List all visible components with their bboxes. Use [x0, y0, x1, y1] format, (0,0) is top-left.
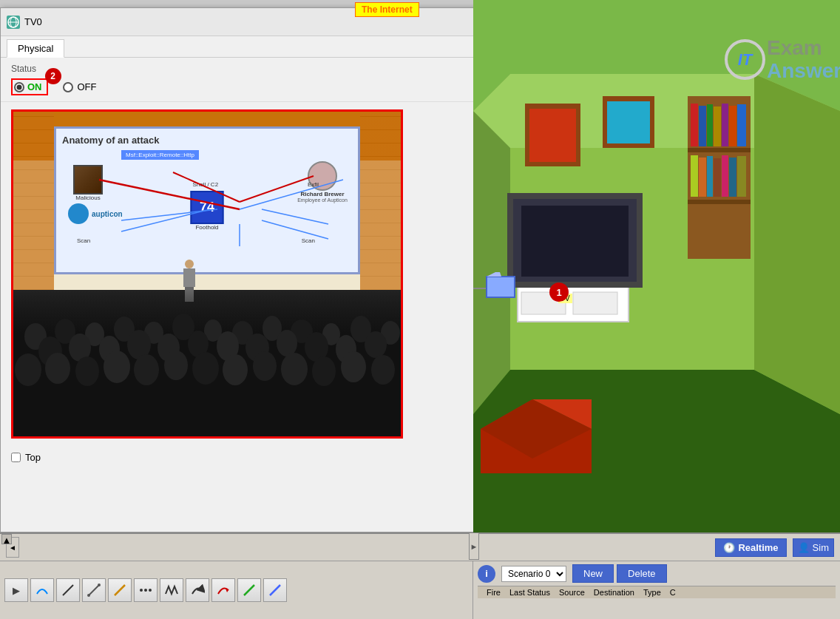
delete-button[interactable]: Delete	[617, 564, 667, 583]
title-bar-left: TV0	[7, 16, 42, 29]
arrow-curve-button[interactable]	[186, 578, 209, 602]
right-panel: 1 TV IT Exam Answers	[473, 0, 840, 532]
svg-rect-65	[699, 106, 706, 146]
svg-line-94	[115, 585, 125, 595]
zigzag-button[interactable]	[160, 578, 183, 602]
on-radio-button[interactable]	[14, 82, 24, 92]
svg-rect-74	[714, 158, 721, 197]
foothold-node: 74 Foothold	[187, 191, 228, 231]
person-icon: 👤	[798, 542, 810, 553]
color-col: C	[665, 588, 680, 597]
red-arrow-button[interactable]	[211, 578, 235, 602]
on-label: ON	[27, 81, 42, 92]
right-toolbar: i Scenario 0 New Delete Fire Last Status…	[473, 561, 840, 619]
svg-point-42	[134, 354, 159, 385]
svg-rect-70	[737, 104, 746, 146]
scroll-up-button[interactable]: ▲	[1, 534, 12, 544]
line-tool-button[interactable]	[82, 578, 106, 602]
isometric-room-svg	[473, 0, 840, 532]
richard-brewer-node: Richard Brewer Employee of Aupticon	[297, 161, 348, 203]
scenario-row: i Scenario 0 New Delete	[478, 564, 836, 583]
speaker-head	[185, 260, 194, 268]
app-icon	[7, 16, 20, 29]
svg-rect-58	[529, 109, 576, 162]
audience-area	[13, 290, 401, 436]
action-buttons: New Delete	[572, 564, 667, 583]
panel-scroll-arrow[interactable]: ►	[469, 532, 479, 560]
malicious-node-left: Malicious	[66, 165, 110, 201]
scan-label-2: Scan	[302, 237, 315, 244]
svg-rect-85	[487, 277, 515, 297]
svg-rect-73	[707, 156, 713, 197]
event-table-header: Fire Last Status Source Destination Type…	[478, 586, 836, 598]
curve-line-button[interactable]	[30, 578, 54, 602]
sim-label: Sim	[813, 542, 829, 553]
straight-line-button[interactable]	[56, 578, 80, 602]
on-radio-container[interactable]: ON	[11, 78, 48, 95]
svg-point-45	[223, 354, 248, 385]
svg-rect-62	[688, 148, 751, 152]
svg-rect-64	[691, 104, 698, 146]
sim-button[interactable]: 👤 Sim	[793, 538, 834, 557]
scroll-arrow-icon: ►	[470, 542, 478, 551]
svg-rect-69	[729, 106, 736, 146]
svg-point-41	[104, 351, 130, 383]
svg-rect-66	[707, 104, 713, 146]
svg-line-91	[89, 585, 99, 595]
new-button[interactable]: New	[572, 564, 614, 583]
type-col: Type	[639, 588, 665, 597]
svg-point-37	[365, 331, 387, 358]
status-label: Status	[11, 64, 551, 74]
svg-point-48	[312, 356, 336, 386]
richard-name: Richard Brewer	[297, 191, 348, 197]
fire-col: Fire	[482, 588, 505, 597]
bottom-panel: ◄ 🕐 Realtime 👤 Sim ▶	[0, 532, 840, 619]
yellow-line-button[interactable]	[108, 578, 132, 602]
left-toolbar: ▶	[0, 561, 473, 619]
foothold-label: Foothold	[187, 224, 228, 231]
tab-physical[interactable]: Physical	[7, 39, 64, 58]
aupticon-logo: aupticon	[68, 203, 123, 224]
bottom-top-bar: ◄ 🕐 Realtime 👤 Sim	[0, 534, 840, 561]
svg-line-100	[270, 585, 280, 595]
top-checkbox[interactable]	[11, 453, 21, 462]
svg-point-93	[98, 584, 101, 586]
wall-left-panel	[13, 112, 54, 290]
svg-point-96	[144, 589, 147, 592]
video-display: Anatomy of an attack Msf::Exploit::Remot…	[11, 109, 403, 439]
source-col: Source	[555, 588, 589, 597]
svg-rect-83	[521, 206, 629, 277]
svg-point-97	[149, 589, 152, 592]
svg-line-90	[63, 585, 73, 595]
svg-rect-67	[714, 106, 721, 146]
blue-line-button[interactable]	[263, 578, 287, 602]
svg-rect-75	[722, 155, 728, 197]
top-checkbox-label: Top	[25, 452, 41, 463]
dots-button[interactable]	[134, 578, 158, 602]
status-controls: ON 2 OFF	[11, 78, 551, 95]
scan-label-1: Scan	[77, 237, 90, 244]
off-label: OFF	[78, 81, 97, 92]
internet-label: The Internet	[355, 2, 419, 17]
msf-box: Msf::Exploit::Remote::Http	[121, 150, 199, 160]
radio-on-group: ON 2	[11, 78, 48, 95]
svg-rect-76	[729, 158, 736, 197]
svg-line-9	[262, 220, 328, 239]
realtime-button[interactable]: 🕐 Realtime	[715, 538, 786, 557]
scenario-select[interactable]: Scenario 0	[501, 566, 566, 582]
slide-title: Anatomy of an attack	[62, 135, 352, 146]
svg-point-49	[341, 351, 366, 382]
off-radio-button[interactable]	[63, 82, 73, 92]
step-badge-1: 1	[549, 283, 569, 302]
svg-line-99	[244, 585, 254, 595]
malicious-label: Malicious	[66, 195, 110, 201]
svg-rect-71	[691, 155, 698, 197]
svg-point-95	[140, 589, 143, 592]
exfil-label: Exfil	[308, 181, 319, 188]
svg-line-6	[262, 209, 328, 224]
last-status-col: Last Status	[505, 588, 555, 597]
shell-c2-label: Shell / C2	[192, 181, 218, 188]
play-button[interactable]: ▶	[4, 578, 28, 602]
green-line-button[interactable]	[237, 578, 261, 602]
info-button[interactable]: i	[478, 565, 495, 583]
